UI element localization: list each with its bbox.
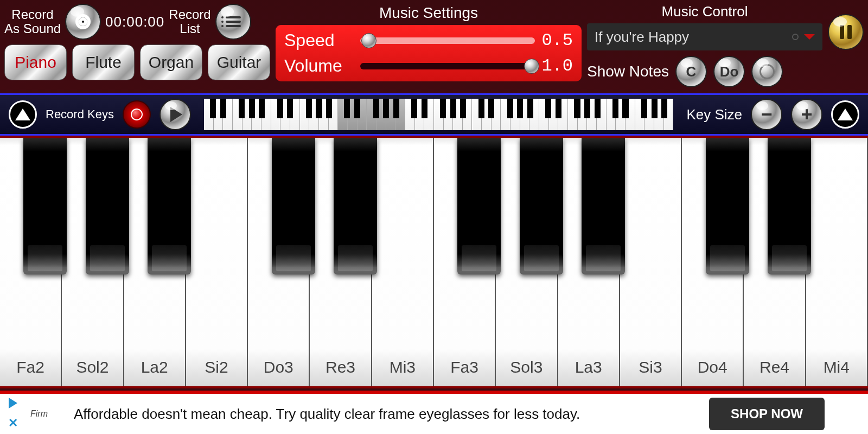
black-key[interactable] [768, 138, 811, 275]
black-key[interactable] [582, 138, 625, 275]
speed-value: 0.5 [540, 30, 573, 50]
mini-keyboard[interactable] [204, 99, 673, 130]
speed-row: Speed 0.5 [284, 30, 573, 50]
black-key[interactable] [23, 138, 67, 275]
instrument-row: Piano Flute Organ Guitar [4, 44, 270, 80]
circle-icon [760, 64, 775, 79]
black-key[interactable] [520, 138, 563, 275]
white-key-Mi4[interactable]: Mi4 [806, 138, 868, 386]
music-settings-title: Music Settings [270, 4, 587, 22]
mini-octave[interactable] [539, 99, 607, 130]
ad-text: Affordable doesn't mean cheap. Try quali… [74, 405, 709, 423]
black-key[interactable] [334, 138, 377, 275]
ad-logo: Firm [30, 409, 69, 419]
ad-play-icon[interactable] [9, 398, 17, 409]
octave-up-left[interactable] [9, 100, 37, 129]
speed-slider[interactable] [360, 37, 535, 44]
mini-octave[interactable] [204, 99, 271, 130]
music-control-title: Music Control [587, 3, 822, 20]
key-size-minus[interactable]: − [751, 99, 782, 130]
ad-controls: ✕ [0, 394, 26, 434]
speed-label: Speed [284, 30, 355, 50]
show-notes-row: Show Notes C Do [587, 56, 864, 87]
black-key[interactable] [706, 138, 749, 275]
record-keys-button[interactable] [123, 100, 151, 129]
record-dot-icon [131, 108, 143, 120]
record-list-label: Record List [169, 8, 210, 36]
triangle-up-icon [838, 108, 853, 120]
chevron-down-icon [804, 34, 815, 40]
top-bar: Record As Sound 00:00:00 Record List Pia… [0, 0, 868, 93]
list-icon [226, 16, 241, 27]
instrument-guitar[interactable]: Guitar [208, 44, 270, 80]
volume-label: Volume [284, 56, 355, 76]
piano-keyboard: Fa2Sol2La2Si2Do3Re3Mi3Fa3Sol3La3Si3Do4Re… [0, 136, 868, 388]
white-key-Si3[interactable]: Si3 [620, 138, 682, 386]
black-key[interactable] [148, 138, 191, 275]
volume-knob[interactable] [524, 59, 539, 74]
show-notes-label: Show Notes [587, 63, 669, 80]
record-as-sound-label: Record As Sound [4, 8, 61, 36]
mini-octave[interactable] [405, 99, 473, 130]
mini-octave[interactable] [607, 99, 674, 130]
white-key-Mi3[interactable]: Mi3 [372, 138, 434, 386]
key-size-plus[interactable]: + [791, 99, 822, 130]
ad-banner: ✕ Firm Affordable doesn't mean cheap. Tr… [0, 391, 868, 434]
pause-button[interactable] [828, 14, 864, 50]
music-control-section: Music Control If you're Happy Show Notes… [587, 2, 864, 91]
ad-close-icon[interactable]: ✕ [8, 416, 18, 430]
mini-octave[interactable] [473, 99, 540, 130]
keyboard-control-bar: Record Keys Key Size − + [0, 93, 868, 136]
settings-panel: Speed 0.5 Volume 1.0 [276, 25, 582, 81]
record-instruments-section: Record As Sound 00:00:00 Record List Pia… [4, 2, 270, 91]
pause-icon [840, 25, 852, 39]
note-mode-solfege[interactable]: Do [713, 56, 745, 87]
song-name: If you're Happy [595, 29, 787, 46]
note-mode-letter[interactable]: C [675, 56, 707, 87]
play-keys-button[interactable] [159, 99, 191, 130]
record-icon [75, 14, 91, 29]
record-sound-button[interactable] [65, 4, 101, 40]
loop-icon [792, 34, 799, 40]
mini-octave[interactable] [271, 99, 339, 130]
note-mode-none[interactable] [751, 56, 783, 87]
mini-octave[interactable] [338, 99, 405, 130]
black-key[interactable] [272, 138, 315, 275]
record-list-button[interactable] [215, 4, 251, 40]
song-dropdown[interactable]: If you're Happy [587, 23, 822, 50]
white-key-Si2[interactable]: Si2 [186, 138, 248, 386]
speed-knob[interactable] [361, 33, 376, 48]
black-key[interactable] [86, 138, 129, 275]
instrument-flute[interactable]: Flute [72, 44, 135, 80]
volume-value: 1.0 [540, 56, 573, 76]
music-settings-section: Music Settings Speed 0.5 Volume 1.0 [270, 2, 587, 91]
record-timer: 00:00:00 [105, 14, 164, 30]
ad-cta-button[interactable]: SHOP NOW [709, 398, 825, 430]
play-icon [170, 107, 182, 122]
record-row: Record As Sound 00:00:00 Record List [4, 2, 270, 41]
record-keys-label: Record Keys [46, 107, 114, 122]
octave-up-right[interactable] [831, 100, 859, 129]
instrument-organ[interactable]: Organ [140, 44, 202, 80]
plus-icon: + [801, 103, 812, 126]
key-size-label: Key Size [686, 106, 742, 123]
volume-row: Volume 1.0 [284, 56, 573, 76]
black-key[interactable] [457, 138, 501, 275]
triangle-up-icon [15, 108, 30, 120]
minus-icon: − [761, 103, 772, 126]
instrument-piano[interactable]: Piano [4, 44, 67, 80]
volume-slider[interactable] [360, 63, 535, 69]
